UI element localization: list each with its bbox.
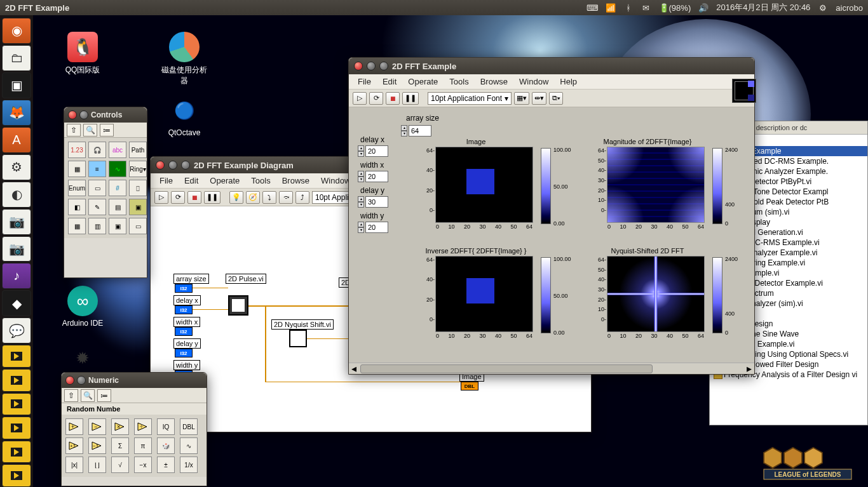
search-icon[interactable]: 🔍 [81, 389, 95, 402]
plot-magnitude[interactable]: Magnitude of 2DFFT{Image} 64-50-40-30-20… [590, 138, 705, 223]
fn-quotient-icon[interactable]: IQ [157, 418, 175, 435]
fn-reciprocal-icon[interactable]: 1/x [180, 457, 198, 473]
menu-operate[interactable]: Operate [403, 76, 443, 88]
palette-array-icon[interactable]: ▦ [68, 161, 86, 177]
menu-browse[interactable]: Browse [475, 76, 513, 88]
settings-gear-icon[interactable]: ⚙ [818, 3, 828, 13]
control-delayy[interactable]: ▴▾30 [358, 196, 388, 208]
palette-dotnet-icon[interactable]: ▦ [68, 218, 86, 234]
app-icon[interactable]: ◆ [2, 290, 31, 316]
labview-vi-icon-1[interactable] [2, 345, 31, 368]
chat-icon[interactable]: 💬 [2, 317, 31, 344]
palette-classic-icon[interactable]: ▤ [109, 199, 126, 215]
palette-path-icon[interactable]: Path [129, 142, 147, 158]
menu-window[interactable]: Window [514, 76, 553, 88]
league-of-legends-icon[interactable]: LEAGUE of LEGENDS [760, 443, 855, 483]
palette-ring-icon[interactable]: Ring▾ [129, 161, 147, 177]
fn-pi-icon[interactable]: π [134, 437, 152, 454]
palette-boolean-icon[interactable]: 🎧 [88, 142, 106, 158]
maximize-icon[interactable] [379, 62, 388, 70]
close-icon[interactable] [354, 62, 363, 70]
palette-string-icon[interactable]: abc [109, 142, 126, 158]
subvi-nyquist[interactable]: 2D Nyquist Shift.vi [271, 319, 334, 330]
menu-browse[interactable]: Browse [277, 175, 315, 187]
mail-icon[interactable]: ✉ [641, 3, 651, 13]
palette-enum-icon[interactable]: Enum [68, 180, 86, 196]
front-canvas[interactable]: array size ▴▾64 delay x ▴▾20 width x ▴▾2… [349, 107, 754, 363]
front-titlebar[interactable]: 2D FFT Example [349, 58, 754, 74]
battery-indicator[interactable]: 🔋(98%) [659, 3, 691, 13]
camera2-icon[interactable]: 📷 [2, 236, 31, 262]
fn-divide-icon[interactable]: ÷ [134, 418, 152, 435]
firefox-icon[interactable]: 🦊 [2, 100, 31, 126]
run-cont-button[interactable]: ⟳ [369, 92, 383, 105]
fn-decrement-icon[interactable]: −1 [88, 437, 106, 454]
palette-express-icon[interactable]: ▣ [129, 199, 147, 215]
desktop-icon-disk[interactable]: 磁盘使用分析器 [159, 32, 210, 86]
terminal-widthy[interactable]: width y [173, 360, 200, 370]
menu-operate[interactable]: Operate [205, 175, 245, 187]
menu-file[interactable]: File [154, 175, 178, 187]
control-arraysize[interactable]: ▴▾64 [401, 125, 431, 137]
desktop-icon-qtoctave[interactable]: 🔵 QtOctave [159, 95, 210, 137]
pause-button[interactable]: ❚❚ [402, 92, 419, 105]
labview-vi-icon-2[interactable] [2, 369, 31, 392]
palette-decoration-icon[interactable]: ✎ [88, 199, 106, 215]
desktop-icon-qq[interactable]: 🐧 QQ国际版 [57, 32, 108, 76]
abort-button[interactable]: ⏹ [386, 92, 400, 105]
dash-icon[interactable]: ◉ [2, 18, 31, 44]
minimize-icon[interactable] [367, 62, 376, 70]
labview-vi-icon-4[interactable] [2, 417, 31, 439]
keyboard-icon[interactable]: ⌨ [588, 3, 598, 13]
run-button[interactable]: ▷ [353, 92, 367, 105]
plot-inverse[interactable]: Inverse 2DFFT{ 2DFFT{Image} } 64-40-20-0… [419, 247, 533, 332]
up-icon[interactable]: ⇧ [64, 389, 78, 402]
palette-graph-icon[interactable]: ∿ [109, 161, 126, 177]
view-icon[interactable]: ≔ [97, 389, 111, 402]
view-icon[interactable]: ≔ [100, 124, 114, 137]
palette-numeric-icon[interactable]: 1.23 [68, 142, 86, 158]
palette-io-icon[interactable]: # [109, 180, 126, 196]
wifi-icon[interactable]: 📶 [606, 3, 616, 13]
menu-edit[interactable]: Edit [179, 175, 203, 187]
plot-image[interactable]: Image 64-40-20-0- 0102030405064 100.00 5… [419, 138, 533, 223]
vi-icon[interactable] [732, 79, 756, 103]
fn-sign-icon[interactable]: ± [157, 457, 175, 473]
palette-select-icon[interactable]: ▭ [129, 218, 147, 234]
front-scrollbar[interactable]: ◂ ▸ [349, 363, 754, 374]
pin-icon[interactable] [79, 110, 88, 119]
menu-edit[interactable]: Edit [377, 76, 402, 88]
font-selector[interactable]: 10pt Application Font▾ [428, 92, 512, 105]
palette-user-icon[interactable]: ▣ [109, 218, 126, 234]
up-icon[interactable]: ⇧ [67, 124, 81, 137]
menu-tools[interactable]: Tools [246, 175, 275, 187]
settings-icon[interactable]: ⚙ [2, 154, 31, 180]
fn-multiply-icon[interactable]: × [111, 418, 129, 435]
run-button[interactable]: ▷ [154, 191, 168, 204]
step-into-button[interactable]: ⤵ [262, 191, 276, 204]
fn-round-icon[interactable]: ⌊⌋ [88, 457, 106, 473]
minimize-icon[interactable] [168, 161, 177, 170]
close-icon[interactable] [65, 376, 74, 385]
fn-add-icon[interactable]: + [65, 418, 83, 435]
subvi-2dpulse[interactable]: 2D Pulse.vi [226, 274, 266, 284]
pause-button[interactable]: ❚❚ [204, 191, 220, 204]
menu-help[interactable]: Help [555, 76, 582, 88]
fn-sum-icon[interactable]: Σ [111, 437, 129, 454]
palette-variant-icon[interactable]: ◧ [68, 199, 86, 215]
menu-file[interactable]: File [353, 76, 376, 88]
labview-vi-icon-3[interactable] [2, 393, 31, 416]
desktop-icon-arduino[interactable]: ∞ Arduino IDE [57, 286, 108, 328]
close-icon[interactable] [68, 110, 77, 119]
fn-increment-icon[interactable]: +1 [65, 437, 83, 454]
controls-palette-titlebar[interactable]: Controls [64, 107, 147, 123]
align-button[interactable]: ▦▾ [514, 92, 529, 105]
terminal-widthx[interactable]: width x [173, 317, 200, 327]
plot-nyquist[interactable]: Nyquist-Shifted 2D FFT 64-50-40-30-20-10… [590, 247, 705, 332]
numeric-palette-titlebar[interactable]: Numeric [62, 373, 207, 388]
fn-random-icon[interactable]: 🎲 [157, 437, 175, 454]
terminal-delayy[interactable]: delay y [173, 338, 201, 349]
control-widthy[interactable]: ▴▾20 [358, 222, 388, 233]
run-cont-button[interactable]: ⟳ [171, 191, 185, 204]
media-icon[interactable]: ♪ [2, 263, 31, 289]
